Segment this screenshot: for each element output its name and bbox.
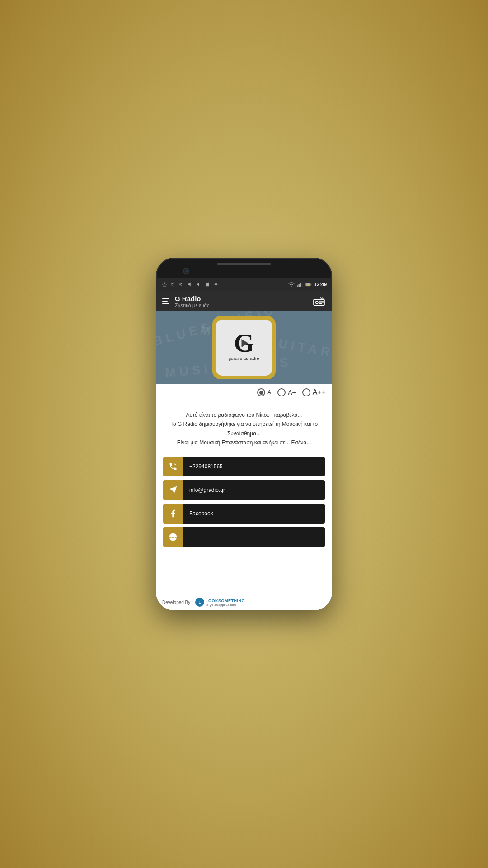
- facebook-icon: [169, 509, 178, 518]
- looksomething-logo: L LOOKSOMETHING targetedapplications: [195, 598, 245, 607]
- svg-point-3: [215, 283, 217, 286]
- contact-list: +2294081565 info@gradio.gr: [163, 457, 325, 547]
- screen: ⚡ 12:49 G Radio Σχετικά με εμάς: [156, 278, 332, 610]
- font-a-label: A: [267, 389, 271, 396]
- looksomething-icon: L: [195, 598, 204, 607]
- font-size-selector: A A+ A++: [156, 384, 332, 401]
- radio-aplusplus: [302, 388, 310, 396]
- svg-rect-13: [311, 283, 311, 285]
- link-icon: [169, 533, 178, 542]
- svg-rect-11: [301, 282, 303, 287]
- link-value: [183, 527, 325, 547]
- about-line3: Είναι μια Μουσική Επανάσταση και ανήκει …: [163, 438, 325, 447]
- radio-aplus: [277, 388, 286, 396]
- phone-value: +2294081565: [183, 457, 325, 476]
- logo-play-icon: [242, 339, 249, 347]
- font-size-a-plus-plus[interactable]: A++: [302, 388, 326, 396]
- signal-icon: [297, 281, 303, 288]
- facebook-value: Facebook: [183, 504, 325, 524]
- app-title: G Radio: [175, 295, 209, 302]
- volume-icon-2: [178, 281, 185, 288]
- font-aplusplus-label: A++: [313, 388, 326, 396]
- font-aplus-label: A+: [288, 389, 296, 396]
- toolbar-left: G Radio Σχετικά με εμάς: [162, 295, 209, 308]
- font-size-a-plus[interactable]: A+: [277, 388, 296, 396]
- svg-rect-1: [206, 282, 207, 283]
- toolbar: G Radio Σχετικά με εμάς: [156, 291, 332, 311]
- font-size-a[interactable]: A: [257, 388, 271, 396]
- about-line2: Το G Radio δημιουργήθηκε για να υπηρετεί…: [163, 420, 325, 438]
- time-display: 12:49: [314, 282, 327, 287]
- logo-container: G garavelasradio: [212, 316, 276, 379]
- contact-facebook[interactable]: Facebook: [163, 504, 325, 524]
- camera: [183, 268, 189, 274]
- logo-inner: G garavelasradio: [216, 320, 272, 376]
- svg-point-17: [316, 301, 319, 304]
- svg-rect-8: [297, 285, 298, 287]
- company-name: LOOKSOMETHING: [206, 599, 245, 603]
- status-left-icons: [161, 281, 219, 288]
- contact-phone[interactable]: +2294081565: [163, 457, 325, 476]
- brightness-icon: [213, 281, 219, 288]
- contact-email[interactable]: info@gradio.gr: [163, 480, 325, 500]
- footer: Developed By: L LOOKSOMETHING targetedap…: [156, 594, 332, 610]
- facebook-label: Facebook: [189, 510, 213, 517]
- wifi-icon: [288, 281, 295, 288]
- radio-icon[interactable]: [312, 294, 326, 308]
- status-right-icons: ⚡ 12:49: [288, 281, 327, 288]
- contact-link[interactable]: [163, 527, 325, 547]
- settings-icon: [161, 281, 168, 288]
- banner: BLUES MUSIC MUSIC GUITAR MUSIC BLUES G g…: [156, 311, 332, 384]
- volume-icon-1: [170, 281, 176, 288]
- facebook-icon-box: [163, 504, 183, 524]
- radio-a-selected: [257, 388, 265, 396]
- about-text: Αυτό είναι το ραδιόφωνο του Νίκου Γκαραβ…: [163, 410, 325, 448]
- phone-icon-box: [163, 457, 183, 476]
- status-bar: ⚡ 12:49: [156, 278, 332, 291]
- email-icon-box: [163, 480, 183, 500]
- battery-icon: ⚡: [305, 281, 312, 288]
- content-area: Αυτό είναι το ραδιόφωνο του Νίκου Γκαραβ…: [156, 401, 332, 594]
- volume-icon-4: [196, 281, 202, 288]
- svg-rect-10: [300, 283, 301, 287]
- email-value: info@gradio.gr: [183, 480, 325, 500]
- phone-frame: ⚡ 12:49 G Radio Σχετικά με εμάς: [156, 258, 332, 610]
- volume-icon-3: [187, 281, 193, 288]
- email-icon: [169, 486, 178, 495]
- phone-icon: [169, 462, 178, 471]
- sd-card-icon: [204, 281, 211, 288]
- about-line1: Αυτό είναι το ραδιόφωνο του Νίκου Γκαραβ…: [163, 410, 325, 420]
- looksomething-text-block: LOOKSOMETHING targetedapplications: [206, 599, 245, 606]
- company-sub: targetedapplications: [206, 603, 245, 606]
- email-address: info@gradio.gr: [189, 487, 225, 493]
- svg-rect-9: [298, 284, 300, 287]
- link-icon-box: [163, 527, 183, 547]
- phone-number: +2294081565: [189, 463, 223, 470]
- developed-by-label: Developed By:: [162, 600, 192, 605]
- app-subtitle: Σχετικά με εμάς: [175, 302, 209, 308]
- hamburger-menu-icon[interactable]: [162, 298, 169, 304]
- svg-rect-2: [207, 282, 208, 283]
- toolbar-title: G Radio Σχετικά με εμάς: [175, 295, 209, 308]
